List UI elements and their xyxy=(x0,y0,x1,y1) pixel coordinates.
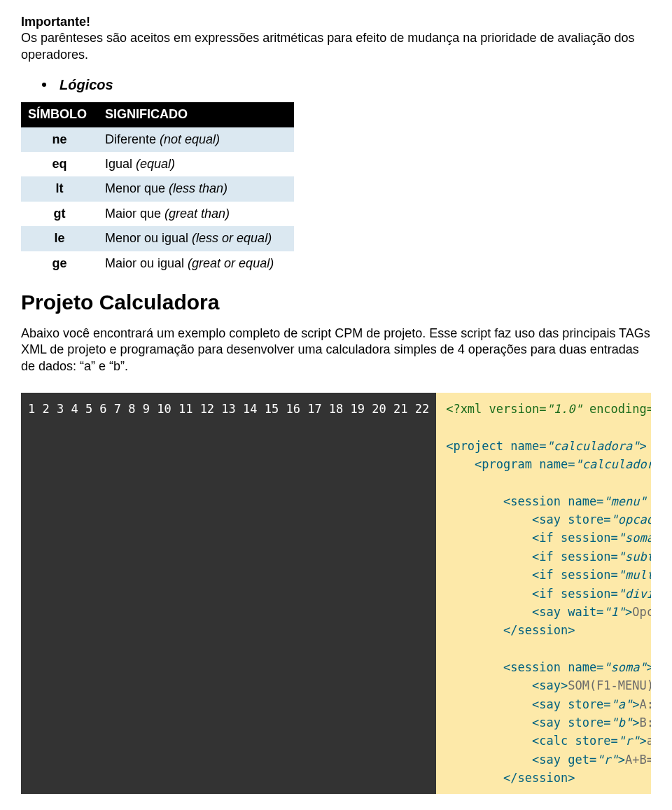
intro-block: Importante! Os parênteses são aceitos em… xyxy=(21,14,651,63)
sym-cell: ge xyxy=(21,251,98,276)
table-row: le Menor ou igual (less or equal) xyxy=(21,226,294,251)
sym-cell: eq xyxy=(21,152,98,176)
sym-cell: ne xyxy=(21,127,98,152)
sym-cell: gt xyxy=(21,202,98,226)
desc-cell: Igual (equal) xyxy=(98,152,294,176)
sym-cell: lt xyxy=(21,176,98,201)
desc-cell: Menor ou igual (less or equal) xyxy=(98,226,294,251)
code-area: <?xml version="1.0" encoding="UTF-8"?> <… xyxy=(436,393,651,794)
line-number-gutter: 1 2 3 4 5 6 7 8 9 10 11 12 13 14 15 16 1… xyxy=(21,393,436,794)
intro-heading: Importante! xyxy=(21,15,90,29)
table-row: lt Menor que (less than) xyxy=(21,176,294,201)
bullet-logicos: Lógicos xyxy=(42,76,651,94)
desc-cell: Maior que (great than) xyxy=(98,202,294,226)
col-symbol: SÍMBOLO xyxy=(21,102,98,127)
table-header-row: SÍMBOLO SIGNIFICADO xyxy=(21,102,294,127)
table-row: ge Maior ou igual (great or equal) xyxy=(21,251,294,276)
intro-body: Os parênteses são aceitos em expressões … xyxy=(21,31,635,61)
project-body: Abaixo você encontrará um exemplo comple… xyxy=(21,326,651,375)
code-block: 1 2 3 4 5 6 7 8 9 10 11 12 13 14 15 16 1… xyxy=(21,393,651,794)
table-row: gt Maior que (great than) xyxy=(21,202,294,226)
desc-cell: Diferente (not equal) xyxy=(98,127,294,152)
project-title: Projeto Calculadora xyxy=(21,288,651,316)
table-row: ne Diferente (not equal) xyxy=(21,127,294,152)
operators-table: SÍMBOLO SIGNIFICADO ne Diferente (not eq… xyxy=(21,102,294,276)
bullet-label: Lógicos xyxy=(59,77,113,92)
sym-cell: le xyxy=(21,226,98,251)
desc-cell: Menor que (less than) xyxy=(98,176,294,201)
table-row: eq Igual (equal) xyxy=(21,152,294,176)
col-significado: SIGNIFICADO xyxy=(98,102,294,127)
bullet-icon xyxy=(42,83,46,87)
desc-cell: Maior ou igual (great or equal) xyxy=(98,251,294,276)
